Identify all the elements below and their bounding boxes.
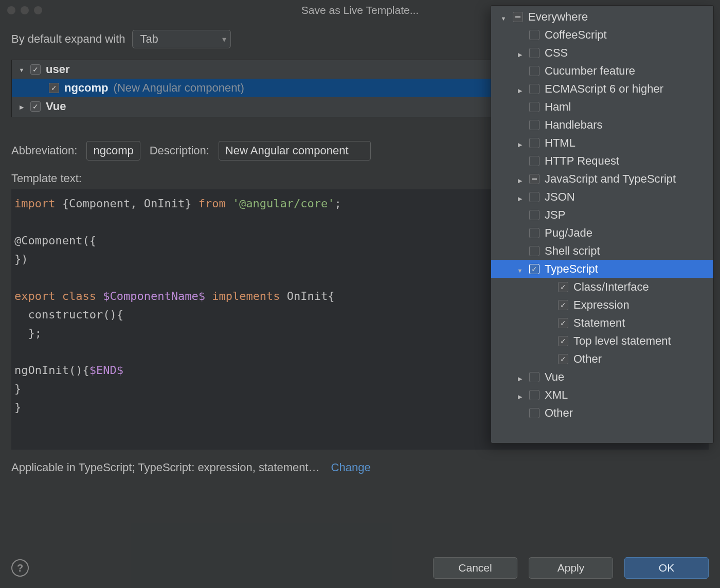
chevron-down-icon: ▾	[222, 34, 226, 44]
code-token: }	[14, 401, 21, 414]
checkbox[interactable]	[49, 83, 59, 93]
context-tree[interactable]: ▼EverywhereCoffeeScript▶CSSCucumber feat…	[491, 6, 713, 422]
chevron-right-icon[interactable]: ▶	[518, 141, 522, 148]
context-item-label: Everywhere	[528, 10, 588, 24]
chevron-down-icon[interactable]: ▼	[517, 268, 523, 274]
help-button[interactable]: ?	[11, 559, 29, 577]
code-token: }	[14, 382, 21, 395]
checkbox[interactable]	[529, 66, 539, 76]
context-tree-item[interactable]: ▶XML	[491, 386, 713, 404]
context-tree-item[interactable]: ▶JavaScript and TypeScript	[491, 170, 713, 188]
chevron-down-icon[interactable]	[18, 65, 25, 74]
chevron-right-icon[interactable]: ▶	[518, 177, 522, 184]
expand-with-value: Tab	[140, 32, 158, 46]
context-tree-item[interactable]: Cucumber feature	[491, 62, 713, 80]
change-context-link[interactable]: Change	[331, 461, 371, 474]
traffic-min-icon[interactable]	[21, 6, 29, 14]
chevron-right-icon[interactable]: ▶	[518, 394, 522, 400]
context-tree-item[interactable]: CoffeeScript	[491, 26, 713, 44]
context-tree-item[interactable]: ▶Vue	[491, 368, 713, 386]
context-tree-item[interactable]: Class/Interface	[491, 278, 713, 296]
chevron-right-icon[interactable]: ▶	[518, 87, 522, 94]
context-tree-item[interactable]: ▶HTML	[491, 134, 713, 152]
context-item-label: Statement	[573, 316, 625, 330]
context-item-label: Vue	[545, 370, 564, 384]
checkbox[interactable]	[558, 318, 568, 328]
checkbox[interactable]	[558, 282, 568, 292]
tree-item-name: Vue	[46, 100, 66, 113]
checkbox[interactable]	[558, 336, 568, 346]
checkbox[interactable]	[529, 192, 539, 202]
context-tree-item[interactable]: Shell script	[491, 242, 713, 260]
apply-button[interactable]: Apply	[529, 557, 613, 579]
checkbox[interactable]	[529, 408, 539, 418]
checkbox[interactable]	[529, 156, 539, 166]
context-tree-item[interactable]: Top level statement	[491, 332, 713, 350]
ok-button[interactable]: OK	[624, 557, 709, 579]
context-tree-item[interactable]: ▶JSON	[491, 188, 713, 206]
context-tree-item[interactable]: HTTP Request	[491, 152, 713, 170]
context-tree-item[interactable]: Other	[491, 350, 713, 368]
code-token: OnInit{	[287, 290, 335, 302]
context-tree-item[interactable]: Expression	[491, 296, 713, 314]
context-item-label: HTTP Request	[545, 154, 619, 168]
context-item-label: Other	[573, 352, 602, 366]
context-tree-item[interactable]: JSP	[491, 206, 713, 224]
context-tree-item[interactable]: Pug/Jade	[491, 224, 713, 242]
checkbox[interactable]	[558, 354, 568, 364]
code-token	[226, 197, 232, 210]
context-tree-item[interactable]: ▼TypeScript	[491, 260, 713, 278]
checkbox[interactable]	[558, 300, 568, 310]
context-tree-item[interactable]: ▶CSS	[491, 44, 713, 62]
chevron-right-icon[interactable]: ▶	[518, 376, 522, 382]
checkbox[interactable]	[529, 84, 539, 94]
checkbox[interactable]	[529, 228, 539, 238]
chevron-down-icon[interactable]: ▼	[501, 15, 507, 22]
checkbox[interactable]	[529, 372, 539, 382]
chevron-right-icon[interactable]: ▶	[518, 195, 522, 202]
footer-buttons: Cancel Apply OK	[433, 557, 709, 579]
code-token: import	[14, 197, 55, 210]
checkbox[interactable]	[30, 101, 41, 112]
checkbox[interactable]	[513, 12, 523, 22]
context-item-label: Cucumber feature	[545, 64, 635, 78]
chevron-right-icon[interactable]: ▶	[518, 51, 522, 58]
traffic-close-icon[interactable]	[7, 6, 15, 14]
context-tree-item[interactable]: Haml	[491, 98, 713, 116]
code-token: {Component, OnInit}	[55, 197, 198, 210]
expand-with-combobox[interactable]: Tab ▾	[132, 30, 231, 48]
checkbox[interactable]	[529, 30, 539, 40]
cancel-button[interactable]: Cancel	[433, 557, 517, 579]
checkbox[interactable]	[529, 120, 539, 130]
context-item-label: JavaScript and TypeScript	[545, 172, 676, 186]
checkbox[interactable]	[529, 102, 539, 112]
checkbox[interactable]	[529, 138, 539, 148]
checkbox[interactable]	[529, 48, 539, 58]
window-traffic-lights	[7, 6, 42, 14]
checkbox[interactable]	[529, 390, 539, 400]
abbrev-label: Abbreviation:	[11, 144, 77, 157]
chevron-right-icon[interactable]	[18, 102, 25, 111]
context-tree-item[interactable]: Other	[491, 404, 713, 422]
context-item-label: Haml	[545, 100, 571, 114]
checkbox[interactable]	[529, 246, 539, 256]
abbrev-input[interactable]: ngcomp	[86, 141, 140, 161]
checkbox[interactable]	[30, 64, 41, 75]
applicable-context-popup[interactable]: ▼EverywhereCoffeeScript▶CSSCucumber feat…	[491, 5, 714, 443]
checkbox[interactable]	[529, 210, 539, 220]
context-item-label: Top level statement	[573, 334, 671, 348]
checkbox[interactable]	[529, 174, 539, 184]
checkbox[interactable]	[529, 264, 539, 274]
context-tree-item[interactable]: ▼Everywhere	[491, 8, 713, 26]
context-tree-item[interactable]: Handlebars	[491, 116, 713, 134]
context-tree-item[interactable]: Statement	[491, 314, 713, 332]
tree-item-name: user	[46, 63, 69, 76]
code-token: @Component({	[14, 234, 96, 247]
code-token: ;	[335, 197, 341, 210]
context-item-label: CSS	[545, 46, 568, 60]
code-token: ngOnInit(){	[14, 364, 89, 377]
expand-with-label: By default expand with	[11, 32, 125, 46]
context-tree-item[interactable]: ▶ECMAScript 6 or higher	[491, 80, 713, 98]
description-input[interactable]: New Angular component	[219, 141, 371, 161]
traffic-max-icon[interactable]	[34, 6, 42, 14]
